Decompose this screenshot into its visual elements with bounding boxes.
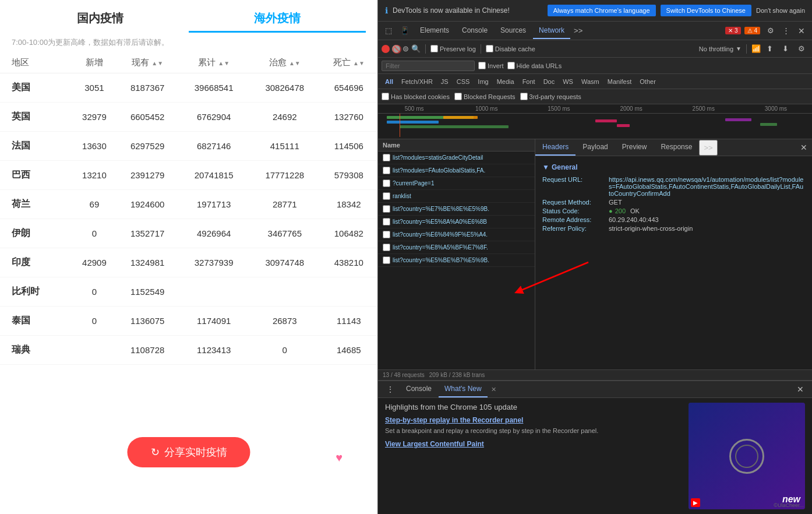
request-list-item[interactable]: list?modules=FAutoGlobalStatis,FA.: [378, 164, 535, 177]
switch-chinese-button[interactable]: Switch DevTools to Chinese: [661, 5, 751, 16]
more-tabs-btn[interactable]: >>: [571, 26, 585, 35]
type-img-btn[interactable]: Img: [474, 77, 492, 86]
bottom-panel-close-btn[interactable]: ✕: [792, 382, 809, 396]
detail-more-btn[interactable]: >>: [699, 140, 717, 156]
dont-show-button[interactable]: Don't show again: [756, 7, 805, 14]
devtools-close-btn[interactable]: ✕: [795, 24, 809, 38]
tab-sources[interactable]: Sources: [495, 23, 532, 39]
disable-cache-label[interactable]: Disable cache: [486, 45, 535, 52]
type-css-btn[interactable]: CSS: [453, 77, 474, 86]
request-checkbox[interactable]: [383, 192, 390, 200]
request-name: ?currentPage=1: [393, 180, 434, 186]
request-checkbox[interactable]: [383, 205, 390, 213]
detail-close-btn[interactable]: ✕: [796, 140, 812, 154]
overflow-menu-btn[interactable]: ⋮: [779, 24, 793, 37]
detail-tab-response[interactable]: Response: [654, 139, 699, 156]
request-list-item[interactable]: list?country=%E8%A5%BF%E7%8F.: [378, 241, 535, 254]
tab-domestic[interactable]: 国内疫情: [12, 6, 189, 33]
col-header-deaths[interactable]: 死亡 ▲▼: [320, 52, 377, 73]
request-checkbox[interactable]: [383, 218, 390, 226]
filter-input[interactable]: [382, 61, 475, 71]
request-list-item[interactable]: list?modules=statisGradeCityDetail: [378, 152, 535, 164]
type-other-btn[interactable]: Other: [636, 77, 659, 86]
blocked-cookies-checkbox[interactable]: [382, 93, 389, 100]
type-js-btn[interactable]: JS: [437, 77, 452, 86]
col-header-new: 新增: [72, 52, 116, 73]
table-row: 瑞典 1108728 1123413 0 14685: [0, 336, 377, 365]
detail-tab-preview[interactable]: Preview: [615, 139, 654, 156]
request-checkbox[interactable]: [383, 256, 390, 264]
type-manifest-btn[interactable]: Manifest: [604, 77, 636, 86]
type-font-btn[interactable]: Font: [519, 77, 539, 86]
feature1-desc: Set a breakpoint and replay a recording …: [385, 427, 682, 435]
cell-deaths: 18342: [320, 190, 377, 219]
cell-deaths: 11143: [320, 307, 377, 336]
blocked-requests-label[interactable]: Blocked Requests: [454, 93, 516, 100]
hide-data-urls-label[interactable]: Hide data URLs: [507, 62, 562, 69]
request-name: list?country=%E6%84%9F%E5%A4.: [393, 231, 488, 238]
col-header-current[interactable]: 现有 ▲▼: [116, 52, 178, 73]
request-list-item[interactable]: list?country=%E5%BE%B7%E5%9B.: [378, 254, 535, 267]
request-checkbox[interactable]: [383, 154, 390, 161]
request-count: 13 / 48 requests: [383, 372, 425, 378]
cell-deaths: [320, 277, 377, 307]
bottom-tab-console[interactable]: Console: [400, 381, 437, 397]
preserve-log-checkbox[interactable]: [430, 45, 438, 52]
request-checkbox[interactable]: [383, 244, 390, 251]
request-checkbox[interactable]: [383, 231, 390, 238]
type-doc-btn[interactable]: Doc: [540, 77, 559, 86]
col-header-total[interactable]: 累计 ▲▼: [178, 52, 249, 73]
mark-2000: 2000 ms: [595, 105, 668, 112]
tab-console[interactable]: Console: [456, 23, 493, 39]
invert-checkbox[interactable]: [478, 62, 486, 69]
record-button[interactable]: [382, 45, 390, 53]
hide-data-urls-checkbox[interactable]: [507, 62, 515, 69]
bottom-dots-btn[interactable]: ⋮: [382, 382, 399, 396]
type-fetch-btn[interactable]: Fetch/XHR: [398, 77, 436, 86]
network-record-toolbar: 🚫 ⊚ 🔍 Preserve log Disable cache No thro…: [378, 40, 812, 58]
request-url-label: Request URL:: [542, 176, 606, 197]
invert-label[interactable]: Invert: [478, 62, 504, 69]
preserve-log-label[interactable]: Preserve log: [430, 45, 476, 52]
bottom-tab-whats-new[interactable]: What's New: [439, 381, 488, 397]
blocked-cookies-label[interactable]: Has blocked cookies: [382, 93, 450, 100]
devtools-bottom-panel: ⋮ Console What's New ✕ ✕ Highlights from…: [378, 380, 812, 514]
whats-new-close-btn[interactable]: ✕: [489, 385, 499, 395]
type-wasm-btn[interactable]: Wasm: [578, 77, 603, 86]
import-icon-btn[interactable]: ⬆: [763, 42, 776, 55]
request-checkbox[interactable]: [383, 179, 390, 187]
tab-network[interactable]: Network: [533, 23, 570, 39]
mobile-icon-btn[interactable]: 📱: [397, 24, 413, 37]
tab-elements[interactable]: Elements: [414, 23, 455, 39]
cell-total: 4926964: [178, 219, 249, 248]
col-header-recovered[interactable]: 治愈 ▲▼: [249, 52, 320, 73]
feature2-link[interactable]: View Largest Contentful Paint: [385, 440, 682, 448]
cell-deaths: 132760: [320, 103, 377, 132]
request-list-item[interactable]: list?country=%E5%8A%A0%E6%8B: [378, 216, 535, 228]
type-ws-btn[interactable]: WS: [559, 77, 577, 86]
request-list-item[interactable]: list?country=%E6%84%9F%E5%A4.: [378, 228, 535, 241]
clear-button[interactable]: 🚫: [392, 45, 400, 53]
network-settings-btn[interactable]: ⚙: [795, 42, 809, 55]
detail-tab-headers[interactable]: Headers: [535, 139, 576, 156]
cursor-icon-btn[interactable]: ⬚: [382, 24, 396, 37]
mark-1500: 1500 ms: [522, 105, 595, 112]
request-list-item[interactable]: list?country=%E7%BE%8E%E5%9B.: [378, 203, 535, 216]
disable-cache-checkbox[interactable]: [486, 45, 493, 52]
third-party-checkbox[interactable]: [520, 93, 528, 100]
export-icon-btn[interactable]: ⬇: [779, 42, 792, 55]
blocked-requests-checkbox[interactable]: [454, 93, 462, 100]
match-language-button[interactable]: Always match Chrome's language: [548, 5, 656, 16]
request-list-item[interactable]: ranklist: [378, 190, 535, 203]
request-checkbox[interactable]: [383, 167, 390, 174]
tab-overseas[interactable]: 海外疫情: [189, 6, 366, 33]
type-media-btn[interactable]: Media: [493, 77, 518, 86]
share-button[interactable]: ↻ 分享实时疫情: [128, 437, 250, 467]
request-list-item[interactable]: ?currentPage=1: [378, 177, 535, 190]
type-all-btn[interactable]: All: [382, 77, 397, 86]
detail-tab-payload[interactable]: Payload: [576, 139, 615, 156]
feature1-link[interactable]: Step-by-step replay in the Recorder pane…: [385, 416, 682, 424]
third-party-label[interactable]: 3rd-party requests: [520, 93, 581, 100]
settings-icon-btn[interactable]: ⚙: [764, 24, 778, 37]
video-thumbnail[interactable]: new ▶ ©UlaCheer...: [689, 403, 805, 509]
